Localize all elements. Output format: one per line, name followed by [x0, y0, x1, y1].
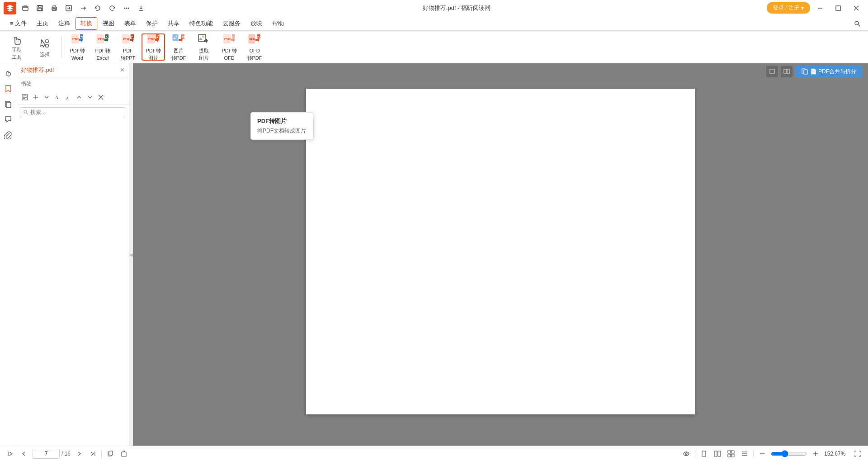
nav-next-btn[interactable] [74, 449, 84, 459]
open-file-btn[interactable] [20, 3, 31, 14]
svg-text:PDF: PDF [148, 37, 156, 41]
share2-btn[interactable] [63, 3, 74, 14]
bookmark-search-box[interactable] [20, 107, 125, 117]
status-right: 152.67% [681, 449, 863, 459]
pdf-to-ofd-btn[interactable]: PDF OFD PDF转 OFD [217, 33, 241, 61]
menu-form[interactable]: 表单 [120, 18, 141, 29]
svg-text:PDF: PDF [182, 36, 186, 38]
save-btn[interactable] [34, 3, 45, 14]
close-button[interactable] [848, 2, 864, 14]
search-icon [23, 109, 28, 115]
svg-text:PDF: PDF [98, 37, 105, 41]
pdf-to-excel-btn[interactable]: PDF X PDF转 Excel [91, 33, 114, 61]
fullscreen-btn[interactable] [853, 449, 863, 459]
image-to-pdf-btn[interactable]: PDF 图片 转PDF [167, 33, 190, 61]
download-btn[interactable] [136, 3, 146, 14]
page-number-input[interactable] [33, 449, 60, 459]
pdf-to-word-btn[interactable]: PDF W PDF转 Word [66, 33, 89, 61]
content-area: 📄 PDF合并与拆分 PDF转图片 将PDF文档转成图片 [133, 63, 868, 446]
menu-view[interactable]: 视图 [98, 18, 119, 29]
zoom-slider[interactable] [771, 450, 807, 457]
pdf-ofd-label2: OFD [224, 55, 234, 61]
svg-point-62 [24, 110, 27, 113]
menu-cloud[interactable]: 云服务 [218, 18, 245, 29]
convert2-btn[interactable] [78, 3, 89, 14]
view-scroll-btn[interactable] [740, 449, 750, 459]
file-panel-filename: 好物推荐.pdf [21, 66, 54, 74]
more-btn[interactable] [121, 3, 132, 14]
minimize-button[interactable] [812, 2, 828, 14]
file-panel-close-btn[interactable]: × [120, 66, 124, 74]
view-eye-btn[interactable] [681, 449, 691, 459]
menu-protect[interactable]: 保护 [142, 18, 162, 29]
sidebar-comment-icon[interactable] [2, 113, 14, 126]
menu-file[interactable]: ≡ 文件 [5, 18, 31, 29]
pdf-to-ppt-btn[interactable]: PDF P PDF 转PPT [116, 33, 140, 61]
nav-last-btn[interactable] [88, 449, 98, 459]
search-icon[interactable] [852, 18, 863, 29]
bm-delete-btn[interactable] [96, 92, 106, 102]
bm-list-btn[interactable] [20, 92, 30, 102]
pdf-excel-icon: PDF X [95, 33, 110, 47]
bm-expand-btn[interactable] [42, 92, 52, 102]
view-double-btn[interactable] [781, 66, 793, 77]
ofd-to-pdf-btn[interactable]: OFD PDF OFD 转PDF [243, 33, 266, 61]
sidebar-bookmark-icon[interactable] [2, 82, 14, 95]
hand-tool-label1: 手型 [12, 47, 22, 53]
bookmark-search-input[interactable] [30, 109, 122, 115]
pdf-ppt-label2: 转PPT [121, 55, 135, 61]
pdf-image-label2: 图片 [148, 55, 158, 61]
sidebar-icons [0, 63, 16, 446]
bm-move-down-btn[interactable] [85, 92, 95, 102]
menu-help[interactable]: 帮助 [268, 18, 288, 29]
view-single-btn[interactable] [766, 66, 778, 77]
select-tool-btn[interactable]: 选择 [32, 33, 58, 61]
sidebar-attachment-icon[interactable] [2, 128, 14, 141]
sidebar-hand-icon[interactable] [2, 67, 14, 80]
nav-first-btn[interactable] [5, 449, 15, 459]
pdf-canvas-area[interactable] [133, 80, 868, 446]
bookmark-section-label: 书签 [16, 77, 129, 90]
svg-rect-5 [53, 9, 56, 10]
menu-convert[interactable]: 转换 [75, 17, 97, 30]
svg-text:PDF: PDF [224, 37, 231, 41]
maximize-button[interactable] [830, 2, 846, 14]
menu-share[interactable]: 共享 [163, 18, 184, 29]
view-double-page-btn[interactable] [712, 449, 722, 459]
hand-tool-btn[interactable]: 手型 工具 [4, 33, 30, 61]
pdf-word-label1: PDF转 [70, 48, 85, 54]
pdf-to-image-btn[interactable]: PDF PDF转 图片 [142, 33, 165, 61]
bm-text-a-btn[interactable]: A [52, 92, 62, 102]
bm-move-up-btn[interactable] [74, 92, 84, 102]
bm-add-btn[interactable] [31, 92, 41, 102]
view-grid-btn[interactable] [726, 449, 736, 459]
menu-annotation[interactable]: 注释 [54, 18, 75, 29]
zoom-out-btn[interactable] [757, 449, 767, 459]
copy-page-btn[interactable] [105, 449, 115, 459]
pdf-merge-button[interactable]: 📄 PDF合并与拆分 [795, 66, 863, 78]
sidebar-pages-icon[interactable] [2, 98, 14, 110]
view-single-page-btn[interactable] [699, 449, 709, 459]
pdf-word-icon: PDF W [70, 33, 85, 47]
pdf-image-icon: PDF [146, 33, 160, 47]
svg-point-37 [176, 36, 177, 37]
nav-prev-btn[interactable] [19, 449, 29, 459]
svg-text:X: X [106, 35, 108, 38]
menu-special[interactable]: 特色功能 [185, 18, 217, 29]
svg-point-8 [126, 7, 127, 9]
menu-slideshow[interactable]: 放映 [246, 18, 267, 29]
print-btn[interactable] [49, 3, 60, 14]
paste-page-btn[interactable] [119, 449, 129, 459]
pdf-ofd-label1: PDF转 [222, 48, 237, 54]
undo-btn[interactable] [92, 3, 103, 14]
bm-text-a-small-btn[interactable]: A [63, 92, 73, 102]
zoom-in-btn[interactable] [811, 449, 821, 459]
menu-home[interactable]: 主页 [32, 18, 53, 29]
extract-image-btn[interactable]: 提取 图片 [192, 33, 216, 61]
redo-btn[interactable] [107, 3, 118, 14]
panel-resize-handle[interactable]: ◀ [129, 63, 133, 446]
login-button[interactable]: 登录 / 注册 ▾ [767, 2, 810, 14]
status-sep-1 [101, 450, 102, 458]
extract-label1: 提取 [199, 48, 209, 54]
status-bar: / 16 [0, 446, 868, 461]
